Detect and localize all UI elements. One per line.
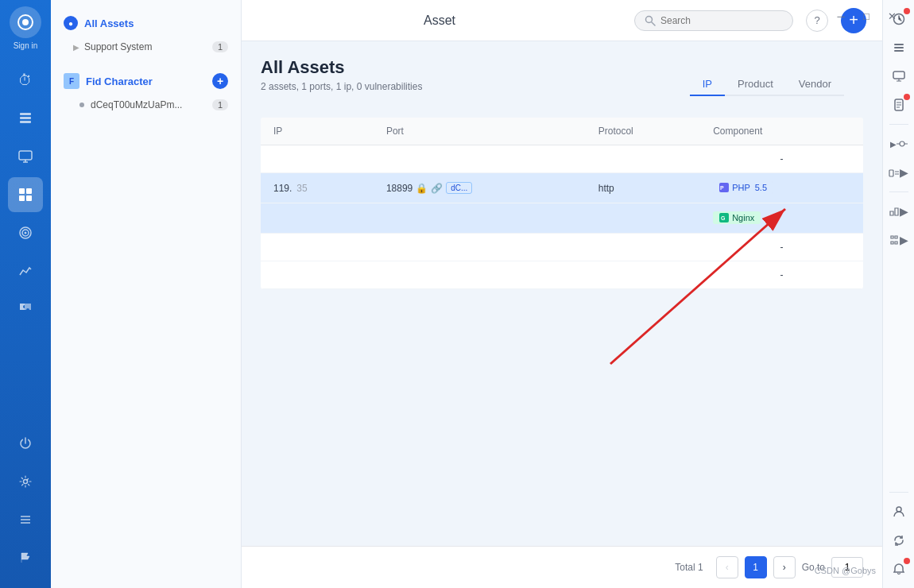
- search-input[interactable]: [660, 15, 780, 26]
- tab-vendor[interactable]: Vendor: [786, 73, 844, 96]
- all-assets-icon: ●: [64, 16, 78, 30]
- svg-rect-6: [19, 188, 25, 194]
- fid-avatar: F: [64, 73, 79, 89]
- nav-power[interactable]: [8, 426, 43, 461]
- search-bar[interactable]: [634, 10, 793, 31]
- dc-tag: dC...: [446, 182, 472, 194]
- right-list[interactable]: [886, 35, 912, 60]
- dceq-count: 1: [212, 99, 228, 110]
- right-monitor[interactable]: [886, 64, 912, 89]
- right-separator-2: [889, 191, 908, 192]
- svg-point-1: [22, 19, 29, 25]
- right-user[interactable]: [886, 499, 912, 524]
- support-system-item[interactable]: ▶ Support System 1: [51, 37, 241, 57]
- add-group-button[interactable]: +: [212, 73, 228, 89]
- svg-rect-28: [894, 50, 904, 52]
- port-cell-nginx: [374, 203, 586, 234]
- svg-point-17: [646, 16, 653, 22]
- nav-assets[interactable]: [8, 177, 43, 212]
- nav-list[interactable]: [8, 502, 43, 537]
- current-page[interactable]: 1: [745, 556, 767, 578]
- svg-rect-26: [894, 44, 904, 45]
- right-refresh[interactable]: [886, 528, 912, 553]
- port-cell: [374, 145, 586, 173]
- ip-value: 119.: [273, 183, 292, 194]
- svg-point-40: [897, 507, 901, 512]
- table-row-2: -: [261, 234, 863, 261]
- content-area: All Assets 2 assets, 1 ports, 1 ip, 0 vu…: [242, 41, 882, 546]
- svg-rect-4: [20, 121, 31, 123]
- component-cell-3: -: [700, 261, 863, 289]
- protocol-cell-3: [586, 261, 700, 289]
- maximize-button[interactable]: □: [857, 6, 876, 25]
- right-notification[interactable]: [886, 556, 912, 582]
- right-expand-1[interactable]: ▶: [886, 131, 912, 157]
- fid-character-header[interactable]: F Fid Character +: [51, 67, 241, 95]
- ip-cell-nginx: [261, 203, 374, 234]
- component-cell: -: [700, 145, 863, 173]
- nginx-chip: G Nginx: [713, 211, 761, 224]
- prev-page-button[interactable]: ‹: [716, 556, 738, 578]
- nav-flag[interactable]: [8, 540, 43, 575]
- all-assets-label: All Assets: [84, 17, 134, 29]
- all-assets-header[interactable]: ● All Assets: [51, 10, 241, 37]
- ip-cell-3: [261, 261, 374, 289]
- tab-ip[interactable]: IP: [690, 73, 725, 96]
- total-label: Total 1: [675, 562, 703, 573]
- nav-target[interactable]: [8, 215, 43, 250]
- svg-rect-3: [20, 117, 31, 119]
- col-ip: IP: [261, 118, 374, 145]
- nav-settings[interactable]: [8, 464, 43, 499]
- right-expand-4[interactable]: ▶: [886, 227, 912, 253]
- component-cell-2: -: [700, 234, 863, 261]
- svg-line-18: [652, 22, 655, 25]
- clock-badge: [904, 8, 910, 14]
- notification-badge: [904, 558, 910, 564]
- right-sidebar: ▶ ▶ ▶ ▶: [882, 0, 914, 588]
- nav-clock[interactable]: ⏱: [8, 63, 43, 98]
- col-protocol: Protocol: [586, 118, 700, 145]
- table-wrapper: IP Port Protocol Component -: [261, 118, 863, 289]
- right-expand-3[interactable]: ▶: [886, 199, 912, 224]
- page-title: All Assets: [261, 57, 422, 78]
- next-page-button[interactable]: ›: [773, 556, 796, 578]
- protocol-cell: [586, 145, 700, 173]
- svg-rect-37: [889, 170, 893, 176]
- ip-cell-main: 119. 35: [261, 173, 374, 203]
- nav-chart[interactable]: [8, 253, 43, 288]
- protocol-cell-main: http: [586, 173, 700, 203]
- arrow-icon: ▶: [73, 43, 79, 52]
- help-button[interactable]: ?: [806, 10, 828, 32]
- table-row-3: -: [261, 261, 863, 289]
- data-table: IP Port Protocol Component -: [261, 118, 863, 289]
- protocol-cell-nginx: [586, 203, 700, 234]
- dot-icon: [79, 103, 84, 107]
- nav-puzzle[interactable]: [8, 292, 43, 327]
- port-number: 18899: [386, 183, 412, 194]
- secondary-sidebar: ● All Assets ▶ Support System 1 F Fid Ch…: [51, 0, 242, 588]
- nav-reports[interactable]: [8, 101, 43, 136]
- minimize-button[interactable]: ─: [831, 6, 850, 25]
- right-clock[interactable]: [886, 6, 912, 32]
- sign-in-label[interactable]: Sign in: [14, 41, 38, 50]
- bottom-nav: [8, 426, 43, 582]
- dceq-item[interactable]: dCeqT00uMzUaPm... 1: [51, 95, 241, 114]
- app-logo: [10, 6, 41, 38]
- ip-cell-2: [261, 234, 374, 261]
- port-cell-3: [374, 261, 586, 289]
- lock-icon: 🔒: [416, 183, 428, 194]
- right-separator-1: [889, 124, 908, 125]
- ip-suffix: 35: [296, 183, 307, 194]
- content-header: All Assets 2 assets, 1 ports, 1 ip, 0 vu…: [261, 57, 863, 105]
- watermark: CSDN @Gobys: [815, 566, 876, 575]
- nav-monitor[interactable]: [8, 139, 43, 174]
- right-report[interactable]: [886, 92, 912, 118]
- support-system-count: 1: [212, 41, 228, 52]
- svg-text:G: G: [721, 215, 726, 221]
- php-row: 119. 35 18899 🔒 🔗 dC...: [261, 173, 863, 203]
- tab-product[interactable]: Product: [725, 73, 786, 96]
- col-port: Port: [374, 118, 586, 145]
- table-row: -: [261, 145, 863, 173]
- right-expand-2[interactable]: ▶: [886, 160, 912, 185]
- php-icon: P: [719, 183, 729, 192]
